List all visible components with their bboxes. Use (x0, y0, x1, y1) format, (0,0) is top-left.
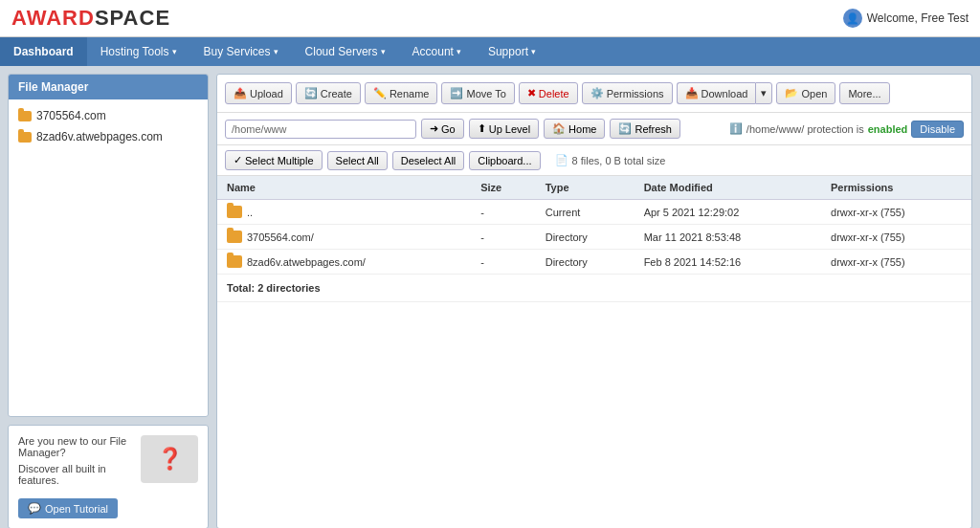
up-level-button[interactable]: ⬆ Up Level (469, 119, 539, 139)
main-layout: File Manager 3705564.com 8zad6v.atwebpag… (0, 66, 980, 528)
rename-button[interactable]: ✏️ Rename (365, 82, 438, 104)
total-row: Total: 2 directories (217, 275, 971, 302)
col-type[interactable]: Type (536, 176, 635, 200)
home-button[interactable]: 🏠 Home (544, 119, 605, 139)
info-icon: ℹ️ (729, 122, 743, 135)
content-area: 📤 Upload 🔄 Create ✏️ Rename ➡️ Move To ✖… (216, 74, 972, 528)
go-arrow-icon: ➜ (430, 122, 438, 135)
files-icon: 📄 (555, 154, 568, 166)
go-button[interactable]: ➜ Go (421, 119, 464, 139)
path-input[interactable] (225, 120, 416, 139)
nav-support[interactable]: Support▾ (475, 37, 549, 66)
sidebar-file-name: 8zad6v.atwebpages.com (36, 130, 163, 143)
tutorial-image: ❓ (141, 435, 198, 483)
main-nav: Dashboard Hosting Tools▾ Buy Services▾ C… (0, 37, 980, 66)
rename-icon: ✏️ (373, 87, 387, 99)
table-row[interactable]: .. - Current Apr 5 2021 12:29:02 drwxr-x… (217, 200, 971, 225)
download-icon: 📥 (685, 87, 699, 99)
move-icon: ➡️ (450, 87, 463, 99)
protection-text: /home/www/ protection is (746, 123, 864, 135)
folder-icon (18, 111, 32, 121)
nav-cloud-servers[interactable]: Cloud Servers▾ (292, 37, 399, 66)
sidebar-file-item[interactable]: 3705564.com (9, 105, 208, 126)
delete-icon: ✖ (527, 87, 536, 99)
tutorial-box: ❓ Are you new to our File Manager? Disco… (8, 425, 209, 528)
download-button[interactable]: 📥 Download (677, 82, 756, 104)
delete-button[interactable]: ✖ Delete (519, 82, 578, 104)
chevron-down-icon: ▾ (457, 47, 461, 56)
comment-icon: 💬 (28, 502, 41, 515)
open-icon: 📂 (785, 87, 798, 99)
toolbar: 📤 Upload 🔄 Create ✏️ Rename ➡️ Move To ✖… (217, 75, 971, 113)
disable-button[interactable]: Disable (911, 121, 964, 138)
file-table: Name Size Type Date Modified Permissions… (217, 176, 971, 528)
more-button[interactable]: More... (839, 82, 889, 104)
upload-button[interactable]: 📤 Upload (225, 82, 292, 104)
sidebar-file-name: 3705564.com (36, 109, 106, 122)
file-manager-panel: File Manager 3705564.com 8zad6v.atwebpag… (8, 74, 209, 417)
table-row[interactable]: 8zad6v.atwebpages.com/ - Directory Feb 8… (217, 250, 971, 275)
open-tutorial-button[interactable]: 💬 Open Tutorial (18, 498, 118, 518)
deselect-all-button[interactable]: Deselect All (392, 151, 464, 170)
table-row[interactable]: 3705564.com/ - Directory Mar 11 2021 8:5… (217, 225, 971, 250)
checkmark-icon: ✓ (234, 154, 242, 166)
user-label: Welcome, Free Test (867, 11, 969, 25)
file-manager-title: File Manager (9, 75, 208, 99)
chevron-down-icon: ▾ (172, 47, 177, 56)
sidebar-file-item[interactable]: 8zad6v.atwebpages.com (9, 126, 208, 147)
chevron-down-icon: ▾ (531, 47, 536, 56)
col-permissions[interactable]: Permissions (821, 176, 971, 200)
col-date[interactable]: Date Modified (635, 176, 821, 200)
refresh-button[interactable]: 🔄 Refresh (610, 119, 680, 139)
permissions-button[interactable]: ⚙️ Permissions (582, 82, 673, 104)
download-arrow-button[interactable]: ▾ (755, 82, 772, 104)
files-table: Name Size Type Date Modified Permissions… (217, 176, 971, 302)
files-count: 8 files, 0 B total size (572, 155, 666, 166)
chevron-down-icon: ▾ (761, 87, 767, 99)
permissions-icon: ⚙️ (590, 87, 604, 99)
selection-bar: ✓ Select Multiple Select All Deselect Al… (217, 145, 971, 176)
col-size[interactable]: Size (471, 176, 536, 200)
logo-part1: AWARD (11, 6, 95, 30)
nav-buy-services[interactable]: Buy Services▾ (190, 37, 292, 66)
clipboard-button[interactable]: Clipboard... (469, 151, 540, 170)
nav-dashboard[interactable]: Dashboard (0, 37, 87, 66)
folder-icon (227, 206, 242, 218)
user-icon: 👤 (843, 9, 862, 28)
files-info: 📄 8 files, 0 B total size (555, 154, 666, 166)
folder-icon (227, 255, 242, 268)
home-icon: 🏠 (552, 122, 566, 135)
move-to-button[interactable]: ➡️ Move To (441, 82, 514, 104)
enabled-label: enabled (868, 123, 908, 135)
sidebar: File Manager 3705564.com 8zad6v.atwebpag… (8, 74, 209, 528)
chevron-down-icon: ▾ (381, 47, 386, 56)
select-all-button[interactable]: Select All (327, 151, 388, 170)
select-multiple-button[interactable]: ✓ Select Multiple (225, 150, 323, 170)
create-button[interactable]: 🔄 Create (296, 82, 361, 104)
user-info: 👤 Welcome, Free Test (843, 9, 969, 28)
up-icon: ⬆ (478, 122, 486, 135)
header: AWARDSPACE 👤 Welcome, Free Test (0, 0, 980, 37)
refresh-icon: 🔄 (618, 122, 632, 135)
nav-account[interactable]: Account▾ (399, 37, 475, 66)
logo: AWARDSPACE (11, 6, 170, 31)
open-button[interactable]: 📂 Open (776, 82, 835, 104)
chevron-down-icon: ▾ (274, 47, 278, 56)
path-bar: ➜ Go ⬆ Up Level 🏠 Home 🔄 Refresh ℹ️ /hom… (217, 113, 971, 145)
sidebar-files: 3705564.com 8zad6v.atwebpages.com (9, 99, 208, 153)
logo-part2: SPACE (95, 6, 170, 30)
upload-icon: 📤 (234, 87, 247, 99)
folder-icon (227, 231, 242, 243)
folder-icon (18, 132, 32, 143)
create-icon: 🔄 (304, 87, 318, 99)
col-name[interactable]: Name (217, 176, 471, 200)
nav-hosting-tools[interactable]: Hosting Tools▾ (87, 37, 190, 66)
download-group: 📥 Download ▾ (677, 82, 773, 104)
protection-info: ℹ️ /home/www/ protection is enabled Disa… (729, 121, 964, 138)
